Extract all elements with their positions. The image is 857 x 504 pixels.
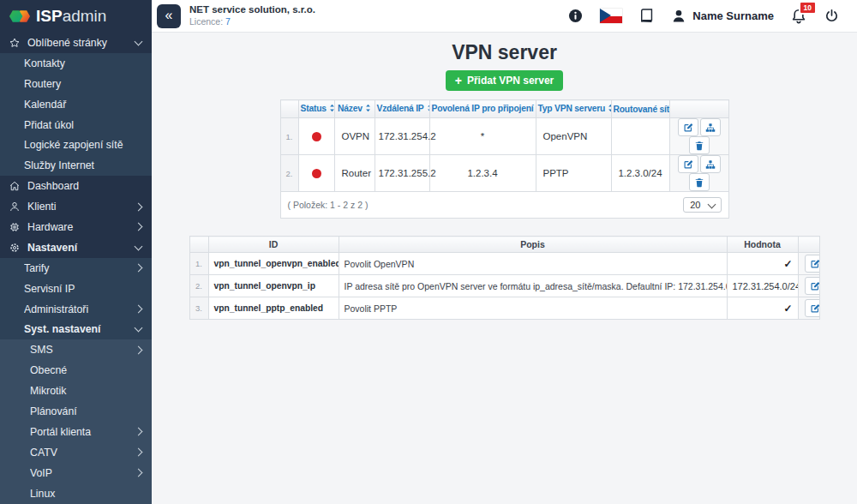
licence-info: Licence:7 [189,16,315,28]
sidebar-item-klienti[interactable]: Klienti [0,196,152,217]
cell-routovane-site: 1.2.3.0/24 [611,155,669,192]
cell-vzdalena-ip: 172.31.254.2 [375,118,429,155]
column-header-vzdalena-ip[interactable]: Vzdálená IP [375,100,429,118]
notifications-button[interactable]: 10 [790,8,807,25]
sidebar-item-hardware[interactable]: Hardware [0,217,152,237]
trash-button[interactable] [689,136,710,154]
cell-hodnota: ✓ [727,297,798,320]
sidebar-item-kontakty[interactable]: Kontakty [0,53,152,74]
licence-value[interactable]: 7 [225,16,231,27]
chevron-right-icon [135,305,143,314]
cell-status [298,118,334,155]
sidebar-item-sluzby-internet[interactable]: Služby Internet [0,155,152,176]
sidebar-item-label: Klienti [27,201,130,213]
sidebar-item-label: Servisní IP [24,283,141,295]
column-header-typ-vpn-serveru[interactable]: Typ VPN serveru [536,100,611,118]
edit-button[interactable] [805,299,820,317]
column-header-status[interactable]: Status [298,100,334,118]
app-logo[interactable]: ISPadmin [0,0,152,33]
chevron-right-icon [135,428,143,436]
sort-icon [608,105,611,114]
sidebar-item-label: Linux [30,488,141,500]
sidebar-item-tarify[interactable]: Tarify [0,258,152,279]
cell-id: vpn_tunnel_openvpn_enabled [208,253,339,275]
page-size-select[interactable]: 20 [683,197,721,213]
user-menu[interactable]: Name Surname [671,9,774,24]
sidebar-item-label: Přidat úkol [24,119,141,131]
sidebar-item-mikrotik[interactable]: Mikrotik [0,381,152,401]
settings-table-body: 1.vpn_tunnel_openvpn_enabledPovolit Open… [189,253,819,320]
sidebar-item-sms[interactable]: SMS [0,339,152,360]
sidebar-item-catv[interactable]: CATV [0,442,152,463]
cell-status [298,155,334,192]
column-header-hodnota: Hodnota [727,237,798,253]
sidebar-item-pridat-ukol[interactable]: Přidat úkol [0,115,152,135]
sidebar-item-label: Služby Internet [24,159,141,171]
chevron-right-icon [135,345,143,354]
sidebar-item-planovani[interactable]: Plánování [0,401,152,422]
sidebar-item-routery[interactable]: Routery [0,74,152,94]
user-name: Name Surname [692,9,774,22]
power-icon [824,8,840,24]
cell-typ-vpn: OpenVPN [536,118,611,155]
docs-button[interactable] [638,8,655,24]
edit-button[interactable] [805,255,820,273]
info-button[interactable] [567,8,584,24]
row-actions-cell [669,118,728,155]
sidebar-item-label: Oblíbené stránky [27,37,130,49]
sidebar-item-linux[interactable]: Linux [0,483,152,504]
sidebar-collapse-button[interactable]: « [157,4,181,28]
status-dot [312,132,321,141]
row-actions-cell [798,253,819,275]
cell-typ-vpn: PPTP [536,155,611,192]
column-header-nazev[interactable]: Název [334,100,375,118]
sidebar-item-dashboard[interactable]: Dashboard [0,176,152,196]
sidebar-item-oblibene-stranky[interactable]: Oblíbené stránky [0,33,152,53]
settings-table-head: IDPopisHodnota [189,237,819,253]
logout-button[interactable] [824,8,840,24]
sidebar-item-label: SMS [30,344,130,356]
gear-icon [9,242,21,254]
column-header-povolena-ip-pro-pripojeni[interactable]: Povolená IP pro připojení [429,100,536,118]
table-row: 2.vpn_tunnel_openvpn_ipIP adresa sítě pr… [189,275,819,297]
sidebar-item-portal-klienta[interactable]: Portál klienta [0,422,152,442]
sitemap-button[interactable] [700,118,721,136]
chevron-right-icon [135,448,143,457]
topbar-actions: Name Surname 10 [567,8,857,25]
sidebar-item-label: Portál klienta [30,426,130,438]
settings-table-header-row: IDPopisHodnota [189,237,819,253]
column-header-empty [798,237,819,253]
row-number-cell: 3. [189,297,208,320]
vpn-table-footer-row: ( Položek: 1 - 2 z 2 ) 20 [280,192,728,219]
edit-button[interactable] [805,277,820,295]
sidebar-nav: Oblíbené stránkyKontaktyRouteryKalendářP… [0,33,152,503]
cell-povolena-ip: 1.2.3.4 [429,155,536,192]
chevron-down-icon [135,242,143,250]
sidebar-item-kalendar[interactable]: Kalendář [0,94,152,115]
sidebar-item-nastaveni[interactable]: Nastavení [0,237,152,258]
sidebar-item-label: Syst. nastavení [24,323,130,335]
sitemap-button[interactable] [700,155,721,173]
sidebar-item-voip[interactable]: VoIP [0,463,152,483]
edit-button[interactable] [678,118,698,136]
edit-button[interactable] [678,155,698,173]
sidebar-item-syst-nastaveni[interactable]: Syst. nastavení [0,319,152,339]
table-row: 1.vpn_tunnel_openvpn_enabledPovolit Open… [189,253,819,275]
add-vpn-server-label: Přidat VPN server [467,75,554,87]
sidebar-item-servisni-ip[interactable]: Servisní IP [0,279,152,299]
sidebar-item-logicke-zapojeni-site[interactable]: Logické zapojení sítě [0,135,152,155]
trash-button[interactable] [689,173,710,191]
vpn-table-header-row: StatusNázevVzdálená IPPovolená IP pro př… [280,100,728,118]
sidebar-item-obecne[interactable]: Obecné [0,360,152,381]
table-row: 2.Router172.31.255.21.2.3.4PPTP1.2.3.0/2… [280,155,728,192]
cell-popis: Povolit OpenVPN [339,253,727,275]
vpn-table-footer-cell: ( Položek: 1 - 2 z 2 ) 20 [280,192,728,219]
column-header-popis: Popis [339,237,727,253]
add-vpn-server-button[interactable]: + Přidat VPN server [446,70,564,91]
sidebar-item-label: Administrátoři [24,303,130,315]
czech-flag-icon[interactable] [600,9,622,23]
sidebar-item-label: Kalendář [24,99,141,111]
cell-routovane-site [611,118,669,155]
column-header-empty [280,100,298,118]
sidebar-item-administratori[interactable]: Administrátoři [0,299,152,320]
